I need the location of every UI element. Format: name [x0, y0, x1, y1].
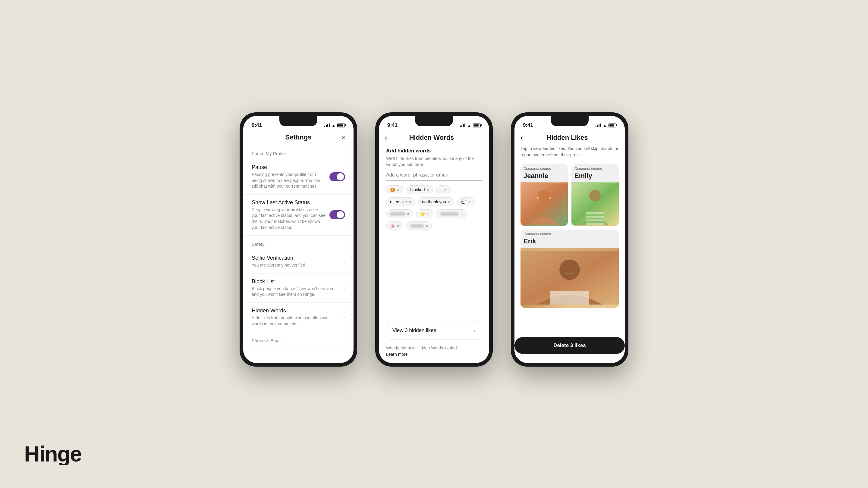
hl-intro-text: Tap to view hidden likes. You can still …: [521, 145, 619, 158]
back-button-2[interactable]: ‹: [385, 133, 387, 142]
active-status-toggle[interactable]: [330, 210, 345, 219]
tag-dots[interactable]: ·· ×: [436, 185, 451, 194]
phone-notch-2: [415, 116, 453, 126]
phone-hidden-words: 9:41 ▲ ‹ H: [375, 112, 493, 367]
blurred-text-2: [440, 212, 458, 216]
tag-text: no thank you: [422, 199, 446, 204]
tag-chat[interactable]: 💬 ×: [457, 197, 474, 206]
battery-icon-3: [609, 124, 616, 127]
tag-remove[interactable]: ×: [407, 212, 409, 216]
signal-bar: [464, 124, 465, 127]
tag-no-thank-you[interactable]: no thank you ×: [418, 197, 454, 206]
signal-bars-1: [324, 124, 330, 127]
hw-section-desc: We'll hide likes from people who use any…: [386, 156, 482, 167]
tag-text: blocked: [410, 187, 425, 192]
hw-input-field[interactable]: [386, 172, 482, 178]
phone-hidden-likes: 9:41 ▲ ‹ H: [511, 112, 628, 367]
hidden-words-title: Hidden Words: [252, 307, 340, 314]
tag-remove[interactable]: ×: [460, 212, 463, 216]
pause-desc: Pausing prevents your profile from being…: [252, 172, 326, 190]
view-likes-text: View 3 hidden likes: [393, 327, 436, 333]
hw-section-title: Add hidden words: [386, 148, 482, 154]
status-time-1: 9:41: [252, 122, 262, 128]
settings-item-pause-left: Pause Pausing prevents your profile from…: [252, 164, 326, 190]
signal-bar: [463, 124, 464, 127]
tags-container: 😡 × blocked × ·· × offensive: [386, 185, 482, 230]
tag-blurred-1[interactable]: ×: [386, 209, 413, 218]
phone-settings: 9:41 ▲ Settings: [240, 112, 357, 367]
settings-body: Pause My Profile Pause Pausing prevents …: [243, 145, 353, 363]
settings-item-pause[interactable]: Pause Pausing prevents your profile from…: [243, 159, 353, 195]
settings-screen: 9:41 ▲ Settings: [243, 116, 353, 363]
phones-container: 9:41 ▲ Settings: [240, 112, 628, 367]
active-status-desc: People viewing your profile can see your…: [252, 207, 326, 230]
tag-remove[interactable]: ×: [444, 187, 446, 192]
tag-remove[interactable]: ×: [397, 187, 399, 192]
battery-icon-1: [337, 124, 345, 127]
battery-icon-2: [473, 124, 481, 127]
jeannie-photo: [521, 182, 568, 226]
section-label-pause: Pause My Profile: [243, 145, 353, 159]
learn-more-link[interactable]: Learn more: [386, 352, 408, 357]
tag-star[interactable]: ⭐ ×: [416, 209, 433, 218]
tag-blurred-3[interactable]: ×: [406, 221, 432, 230]
tag-remove[interactable]: ×: [409, 199, 411, 204]
signal-bar: [597, 125, 598, 127]
tag-emoji-angry[interactable]: 😡 ×: [386, 185, 403, 194]
settings-item-blocklist[interactable]: Block List Block people you know. They w…: [243, 273, 353, 303]
chevron-blocklist: ›: [343, 285, 345, 291]
view-likes-button[interactable]: View 3 hidden likes ›: [386, 321, 482, 339]
delete-btn-row: Delete 3 likes: [515, 337, 625, 363]
hidden-words-desc: Hide likes from people who use offensive…: [252, 315, 340, 327]
status-icons-2: ▲: [460, 123, 481, 128]
settings-item-active-status[interactable]: Show Last Active Status People viewing y…: [243, 195, 353, 235]
hw-footer: View 3 hidden likes › Wondering how Hidd…: [386, 321, 482, 363]
battery-fill-3: [610, 124, 614, 127]
tag-emoji-icon: 😡: [390, 187, 395, 192]
settings-title: Settings: [285, 133, 312, 141]
signal-bar: [600, 124, 601, 127]
svg-point-3: [549, 197, 552, 199]
signal-bars-3: [595, 124, 601, 127]
hw-input-row[interactable]: [386, 172, 482, 181]
status-time-3: 9:41: [523, 122, 533, 128]
tag-remove[interactable]: ×: [468, 199, 470, 204]
delete-likes-button[interactable]: Delete 3 likes: [515, 337, 625, 354]
close-button[interactable]: ×: [341, 134, 345, 141]
tag-remove[interactable]: ×: [426, 224, 428, 228]
hl-card-erik[interactable]: Comment hidden Erik: [521, 230, 619, 308]
section-label-phone-email: Phone & Email: [243, 332, 353, 346]
settings-item-hidden-words[interactable]: Hidden Words Hide likes from people who …: [243, 303, 353, 332]
hidden-words-left: Hidden Words Hide likes from people who …: [252, 307, 340, 327]
signal-bar: [326, 125, 327, 127]
wifi-icon-1: ▲: [332, 123, 336, 128]
back-button-3[interactable]: ‹: [521, 133, 523, 142]
hl-card-jeannie[interactable]: Comment hidden Jeannie: [521, 164, 568, 226]
tag-star-2[interactable]: 🌸 ×: [386, 221, 403, 230]
hidden-words-header: ‹ Hidden Words: [379, 130, 489, 145]
hl-card-emily[interactable]: Comment hidden Emily: [571, 164, 619, 226]
hw-body: Add hidden words We'll hide likes from p…: [379, 145, 489, 363]
signal-bar: [327, 124, 328, 127]
tag-remove[interactable]: ×: [427, 212, 430, 216]
tag-blocked[interactable]: blocked ×: [406, 185, 433, 194]
svg-point-2: [536, 197, 539, 199]
tag-blurred-2[interactable]: ×: [436, 209, 467, 218]
settings-content: Settings × Pause My Profile Pause Pausin…: [243, 130, 353, 363]
svg-rect-8: [586, 218, 604, 220]
settings-item-selfie[interactable]: Selfie Verification You are currently no…: [243, 250, 353, 273]
selfie-title: Selfie Verification: [252, 255, 340, 261]
tag-remove[interactable]: ×: [448, 199, 450, 204]
tag-offensive[interactable]: offensive ×: [386, 197, 415, 206]
signal-bar: [460, 126, 461, 127]
tag-remove[interactable]: ×: [427, 187, 429, 192]
battery-fill-2: [474, 124, 478, 127]
signal-bar: [595, 126, 596, 127]
pause-toggle[interactable]: [330, 172, 345, 181]
settings-header: Settings ×: [243, 130, 353, 145]
tag-chat-icon: 💬: [461, 199, 466, 204]
wifi-icon-3: ▲: [603, 123, 607, 128]
chevron-hidden-words: ›: [343, 314, 345, 321]
tag-remove[interactable]: ×: [397, 224, 399, 228]
tag-star-icon-2: 🌸: [390, 224, 395, 228]
